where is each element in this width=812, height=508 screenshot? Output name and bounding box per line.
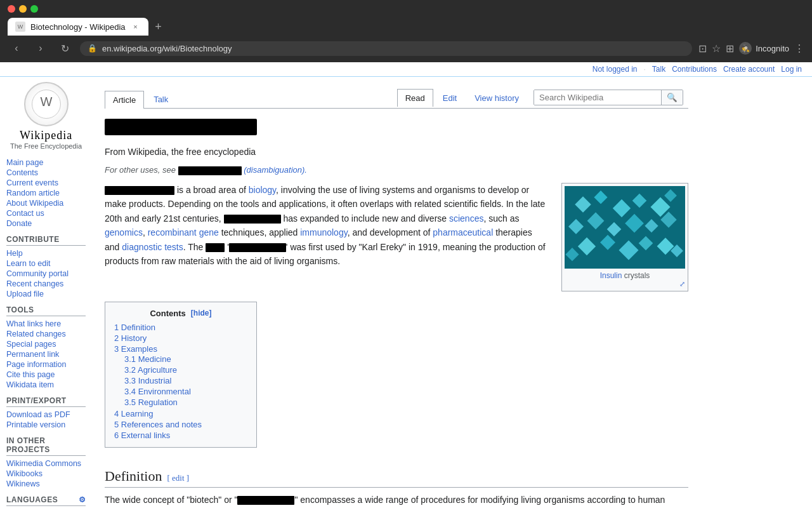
sidebar-item-printable-version[interactable]: Printable version	[6, 420, 86, 430]
article-subtitle: For other uses, see (disambiguation).	[105, 165, 688, 175]
tab-talk[interactable]: Talk	[145, 90, 176, 108]
language-settings-icon[interactable]: ⚙	[79, 495, 86, 504]
sidebar-item-contact-us[interactable]: Contact us	[6, 208, 86, 218]
disambiguation-link[interactable]: (disambiguation).	[244, 165, 307, 175]
fullscreen-traffic-light[interactable]	[30, 5, 38, 13]
talk-link[interactable]: Talk	[652, 65, 665, 74]
reload-button[interactable]: ↻	[56, 39, 74, 57]
recombinant-gene-link[interactable]: recombinant gene	[148, 227, 219, 237]
article-title-redacted	[105, 119, 257, 135]
sidebar-item-main-page[interactable]: Main page	[6, 157, 86, 168]
image-fullscreen-icon[interactable]: ⤢	[565, 280, 685, 288]
search-form-container: 🔍	[528, 87, 688, 108]
sidebar-item-recent-changes[interactable]: Recent changes	[6, 279, 86, 289]
sidebar-item-donate[interactable]: Donate	[6, 218, 86, 229]
extensions-icon[interactable]: ⊞	[726, 43, 734, 55]
genomics-link[interactable]: genomics	[105, 227, 143, 237]
article-image	[565, 186, 685, 269]
sidebar-item-random-article[interactable]: Random article	[6, 188, 86, 198]
sidebar-item-about-wikipedia[interactable]: About Wikipedia	[6, 198, 86, 208]
tab-article[interactable]: Article	[105, 91, 144, 109]
sidebar-item-wikimedia-commons[interactable]: Wikimedia Commons	[6, 458, 86, 469]
sidebar-nav-section: Main page Contents Current events Random…	[6, 157, 86, 229]
diagnostic-tests-link[interactable]: diagnostic tests	[122, 242, 183, 252]
contents-link-learning[interactable]: 4 Learning	[114, 409, 153, 418]
active-tab[interactable]: W Biotechnology - Wikipedia ×	[8, 18, 148, 36]
svg-text:W: W	[40, 95, 52, 109]
contents-link-regulation[interactable]: 3.5 Regulation	[124, 398, 178, 407]
sidebar-item-wikibooks[interactable]: Wikibooks	[6, 469, 86, 479]
sidebar-item-cite-this-page[interactable]: Cite this page	[6, 370, 86, 380]
menu-icon[interactable]: ⋮	[794, 43, 804, 55]
sidebar-item-contents[interactable]: Contents	[6, 168, 86, 178]
minimize-traffic-light[interactable]	[19, 5, 27, 13]
sciences-link[interactable]: sciences	[449, 213, 483, 224]
tab-read[interactable]: Read	[397, 89, 433, 107]
contents-toggle[interactable]: [hide]	[191, 309, 212, 318]
contents-link-history[interactable]: 2 History	[114, 333, 147, 343]
article-title-bar	[105, 119, 688, 137]
sidebar-item-download-pdf[interactable]: Download as PDF	[6, 410, 86, 420]
log-in-link[interactable]: Log in	[781, 65, 802, 74]
contents-item-external-links: 6 External links	[114, 430, 247, 441]
create-account-link[interactable]: Create account	[723, 65, 775, 74]
sidebar-contribute-title: Contribute	[6, 235, 86, 246]
tab-title: Biotechnology - Wikipedia	[30, 22, 126, 32]
sidebar-item-community-portal[interactable]: Community portal	[6, 269, 86, 279]
sidebar-languages-title: Languages ⚙	[6, 495, 86, 506]
redacted-def-term	[237, 496, 294, 505]
contents-item-agriculture: 3.2 Agriculture	[124, 364, 247, 375]
wiki-logo-title: Wikipedia	[6, 129, 86, 142]
new-tab-button[interactable]: +	[150, 18, 167, 36]
contributions-link[interactable]: Contributions	[672, 65, 717, 74]
contents-link-medicine[interactable]: 3.1 Medicine	[124, 354, 171, 364]
contents-link-references[interactable]: 5 References and notes	[114, 420, 202, 429]
contents-box: Contents [hide] 1 Definition 2 History 3…	[105, 302, 257, 448]
contents-link-industrial[interactable]: 3.3 Industrial	[124, 376, 171, 385]
sidebar-item-special-pages[interactable]: Special pages	[6, 339, 86, 349]
sidebar-item-upload-file[interactable]: Upload file	[6, 289, 86, 299]
sidebar-item-what-links-here[interactable]: What links here	[6, 319, 86, 329]
biology-link[interactable]: biology	[249, 185, 276, 195]
close-traffic-light[interactable]	[8, 5, 15, 13]
sidebar-item-page-information[interactable]: Page information	[6, 359, 86, 370]
wiki-topbar: Not logged in · Talk Contributions Creat…	[0, 62, 812, 77]
forward-button[interactable]: ›	[32, 39, 49, 57]
sidebar-item-permanent-link[interactable]: Permanent link	[6, 349, 86, 359]
article-from-wikipedia: From Wikipedia, the free encyclopedia	[105, 145, 688, 159]
contents-item-definition: 1 Definition	[114, 322, 247, 333]
immunology-link[interactable]: immunology	[300, 227, 347, 237]
sidebar-item-related-changes[interactable]: Related changes	[6, 329, 86, 339]
contents-link-environmental[interactable]: 3.4 Environmental	[124, 387, 191, 396]
contents-item-references: 5 References and notes	[114, 419, 247, 430]
tab-view-history[interactable]: View history	[466, 89, 527, 107]
insulin-link[interactable]: Insulin	[600, 271, 622, 280]
not-logged-in-text: Not logged in	[593, 65, 638, 74]
sidebar-item-help[interactable]: Help	[6, 248, 86, 258]
edit-label[interactable]: edit	[172, 473, 185, 483]
contents-link-agriculture[interactable]: 3.2 Agriculture	[124, 365, 177, 375]
contents-link-external-links[interactable]: 6 External links	[114, 431, 170, 440]
tab-edit[interactable]: Edit	[435, 89, 465, 107]
pharmaceutical-link[interactable]: pharmaceutical	[433, 227, 493, 237]
section-edit-definition[interactable]: [ edit ]	[167, 473, 189, 483]
search-button[interactable]: 🔍	[661, 90, 683, 105]
sidebar-item-learn-to-edit[interactable]: Learn to edit	[6, 258, 86, 269]
sidebar-item-wikidata-item[interactable]: Wikidata item	[6, 380, 86, 390]
cast-icon[interactable]: ⊡	[698, 43, 707, 55]
wiki-logo-image: W	[24, 82, 69, 126]
contents-item-regulation: 3.5 Regulation	[124, 397, 247, 408]
contents-link-examples[interactable]: 3 Examples	[114, 344, 157, 354]
back-button[interactable]: ‹	[8, 39, 25, 57]
search-input[interactable]	[534, 90, 661, 105]
bookmark-icon[interactable]: ☆	[712, 43, 721, 55]
section-heading-definition-text: Definition	[105, 468, 162, 485]
tab-close-button[interactable]: ×	[131, 22, 141, 32]
contents-link-definition[interactable]: 1 Definition	[114, 323, 155, 332]
sidebar-tools-title: Tools	[6, 305, 86, 316]
sidebar-item-current-events[interactable]: Current events	[6, 178, 86, 188]
redacted-word	[206, 243, 225, 252]
address-bar[interactable]: 🔒 en.wikipedia.org/wiki/Biotechnology	[80, 41, 692, 56]
sidebar-item-wikinews[interactable]: Wikinews	[6, 479, 86, 489]
section-heading-definition: Definition [ edit ]	[105, 468, 688, 488]
